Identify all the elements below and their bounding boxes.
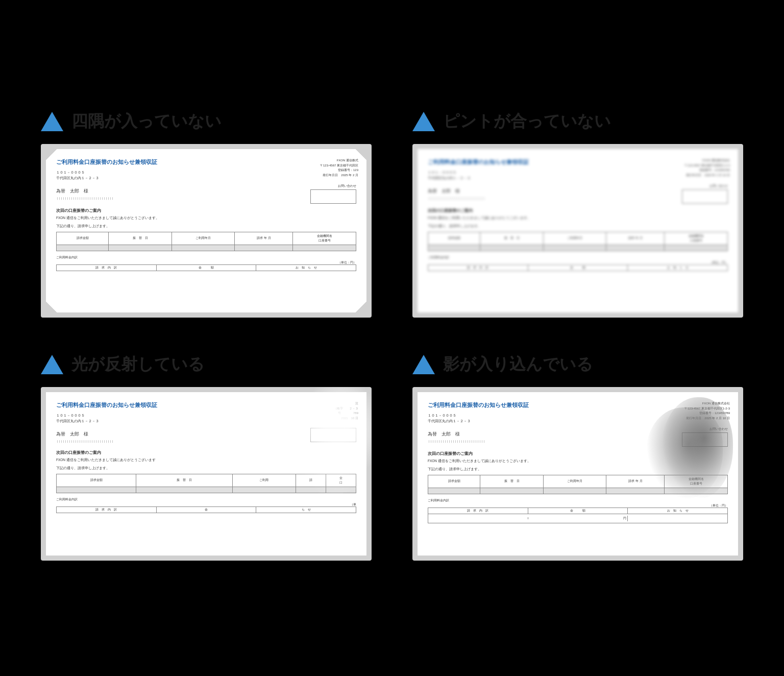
doc-inquiry-1: お問い合わせ (310, 184, 356, 188)
doc-table-header-4-2: 振 替 日 (480, 475, 544, 488)
warning-triangle-icon (41, 112, 63, 131)
cell-title-text-corners: 四隅が入っていない (71, 110, 222, 133)
doc-section-title-4: 次回の口座振替のご案内 (428, 451, 728, 456)
doc-footer-row-2-3 (628, 517, 727, 519)
doc-inner-blur: ご利用料金口座振替のお知らせ兼領収証 １０１－０００５ 千代田区丸の内１－２－３… (418, 149, 738, 312)
doc-name-1: 為替 太郎 様 (56, 188, 113, 195)
doc-footer-row-2-1 (428, 517, 528, 519)
doc-address-3: １０１－０００５ 千代田区丸の内１－２－３ (56, 413, 99, 424)
cell-title-blur: ピントが合っていない (412, 110, 743, 133)
doc-footer-col-2-3: お 知 ら せ (628, 265, 727, 271)
doc-table-cell-5 (293, 245, 356, 251)
doc-main-title-4: ご利用料金口座振替のお知らせ兼領収証 (428, 401, 728, 409)
doc-table-cell-3-5 (326, 487, 356, 493)
warning-triangle-icon-2 (412, 112, 435, 131)
doc-name-3: 為替 太郎 様 (56, 431, 113, 438)
doc-body-text1-1: FXON 通信をご利用いただきまして誠にありがとうございます。 (56, 215, 356, 221)
doc-table-cell-2-4 (606, 245, 665, 251)
doc-footer-col-1: 請 求 内 訳 (57, 265, 157, 271)
doc-card-light: ご利用料金口座振替のお知らせ兼領収証 １０１－０００５ 千代田区丸の内１－２－３… (41, 387, 372, 561)
doc-footer-label-4: ご利用料金内訳 (428, 498, 728, 503)
doc-body-text2-2: 下記の通り、請求申し上げます。 (428, 224, 728, 229)
doc-inner-corners: ご利用料金口座振替のお知らせ兼領収証 １０１－０００５ 千代田区丸の内１－２－３… (46, 149, 366, 312)
doc-table-header-1-2: 振 替 日 (109, 232, 172, 245)
doc-footer-label-3: ご利用料金内訳 (56, 497, 356, 502)
doc-table-cell-4-4 (606, 488, 665, 494)
doc-table-cell-1 (57, 245, 109, 251)
doc-name-2: 為替 太郎 様 (428, 188, 485, 195)
doc-table-cell-3-2 (136, 487, 232, 493)
cell-title-text-shadow: 影が入り込んでいる (443, 353, 593, 376)
doc-table-header-4-5: 金融機関名口座番号 (665, 475, 728, 488)
doc-body-text2-4: 下記の通り、請求申し上げます。 (428, 467, 728, 472)
doc-table-header-3-3: ご利用 (232, 474, 296, 487)
doc-card-corners: ご利用料金口座振替のお知らせ兼領収証 １０１－０００５ 千代田区丸の内１－２－３… (41, 144, 372, 318)
doc-footer-col-2-2: 金 額 (528, 265, 628, 271)
doc-table-cell-2-5 (665, 245, 728, 251)
doc-table-cell-3-4 (296, 487, 326, 493)
doc-body-text1-4: FXON 通信をご利用いただきまして誠にありがとうございます。 (428, 458, 728, 464)
doc-inquiry-2: お問い合わせ (682, 184, 728, 188)
doc-footer-col-4-2: 金 額 (528, 508, 628, 514)
doc-table-cell-2-3 (543, 245, 606, 251)
doc-footer-row-2-2: 円 (528, 516, 628, 521)
cell-light: 光が反射している ご利用料金口座振替のお知らせ兼領収証 １０１－０００５ 千代田… (20, 338, 392, 581)
doc-barcode-2: ｜｜｜｜｜｜｜｜｜｜｜｜｜｜｜｜｜｜｜｜｜｜｜｜｜｜｜｜ (428, 197, 485, 200)
doc-table-header-3-2: 振 替 日 (136, 474, 232, 487)
doc-address-2: １０１－０００５ 千代田区丸の内１－２－３ (428, 170, 471, 181)
doc-footer-col-3-1: 請 求 内 訳 (57, 507, 157, 513)
doc-table-header-4-3: ご利用年月 (543, 475, 606, 488)
doc-table-cell-2-1 (428, 245, 480, 251)
cell-title-light: 光が反射している (41, 353, 372, 376)
cell-shadow: 影が入り込んでいる ご利用料金口座振替のお知らせ兼領収証 １０１－０００５ 千代… (392, 338, 764, 581)
doc-footer-col-2: 金 額 (157, 265, 257, 271)
doc-footer-col-3-2: 金 (157, 507, 257, 513)
cell-title-corners: 四隅が入っていない (41, 110, 372, 133)
doc-body-text1-2: FXON 通信をご利用いただきまして誠にありがとうございます。 (428, 215, 728, 221)
doc-table-header-1-5: 金融機関名口座番号 (293, 232, 356, 245)
doc-barcode-3: ｜｜｜｜｜｜｜｜｜｜｜｜｜｜｜｜｜｜｜｜｜｜｜｜｜｜｜｜ (56, 440, 113, 443)
doc-table-header-2-2: 振 替 日 (480, 232, 544, 245)
doc-table-cell-3-3 (232, 487, 296, 493)
doc-card-blur: ご利用料金口座振替のお知らせ兼領収証 １０１－０００５ 千代田区丸の内１－２－３… (412, 144, 743, 318)
doc-footer-label-1: ご利用料金内訳 (56, 255, 356, 260)
doc-section-title-1: 次回の口座振替のご案内 (56, 208, 356, 213)
doc-table-cell-4 (235, 245, 293, 251)
doc-section-title-2: 次回の口座振替のご案内 (428, 208, 728, 213)
doc-footer-col-3-3: ら せ (256, 507, 356, 513)
cell-title-text-light: 光が反射している (71, 353, 205, 376)
doc-footer-col-2-1: 請 求 内 訳 (428, 265, 528, 271)
doc-table-header-1-3: ご利用年月 (172, 232, 235, 245)
doc-footer-unit-3: （単 (350, 503, 356, 506)
doc-table-header-1-4: 請求 年 月 (235, 232, 293, 245)
doc-table-cell-3-1 (57, 487, 136, 493)
doc-table-cell-4-5 (665, 488, 728, 494)
doc-table-header-2-3: ご利用年月 (543, 232, 606, 245)
doc-inner-light: ご利用料金口座振替のお知らせ兼領収証 １０１－０００５ 千代田区丸の内１－２－３… (46, 392, 366, 556)
doc-right-info-3: 注 （略字 ２－３ 号 789 2021 10 日 (334, 401, 358, 421)
doc-inner-shadow: ご利用料金口座振替のお知らせ兼領収証 １０１－０００５ 千代田区丸の内１－２－３… (418, 392, 738, 556)
doc-footer-unit-1: （単位：円） (338, 261, 356, 264)
cell-blur: ピントが合っていない ご利用料金口座振替のお知らせ兼領収証 １０１－０００５ 千… (392, 95, 764, 338)
doc-body-text2-1: 下記の通り、請求申し上げます。 (56, 224, 356, 229)
doc-table-cell-4-3 (543, 488, 606, 494)
doc-table-header-2-4: 請求 年 月 (606, 232, 665, 245)
doc-barcode-4: ｜｜｜｜｜｜｜｜｜｜｜｜｜｜｜｜｜｜｜｜｜｜｜｜｜｜｜｜ (428, 440, 485, 443)
doc-table-3: 請求金額 振 替 日 ご利用 請 金口 (56, 474, 356, 493)
doc-table-header-4-1: 請求金額 (428, 475, 480, 488)
doc-table-4: 請求金額 振 替 日 ご利用年月 請求 年 月 金融機関名口座番号 (428, 475, 728, 494)
warning-triangle-icon-4 (412, 355, 435, 374)
main-grid: 四隅が入っていない ご利用料金口座振替のお知らせ兼領収証 １０１－０００５ 千代… (20, 95, 764, 581)
doc-table-header-1-1: 請求金額 (57, 232, 109, 245)
doc-footer-unit-2: （単位：円） (709, 261, 728, 264)
doc-right-info-4: FXON 通信株式会社 〒123-4567 東京都千代田区1-2-3 登録番号：… (684, 401, 730, 421)
doc-main-title-3: ご利用料金口座振替のお知らせ兼領収証 (56, 401, 356, 409)
doc-section-title-3: 次回の口座振替のご案内 (56, 450, 356, 455)
doc-footer-col-4-1: 請 求 内 訳 (428, 508, 528, 514)
doc-table-cell-4-1 (428, 488, 480, 494)
doc-body-text2-3: 下記の通り、請求申し上げます。 (56, 466, 356, 471)
doc-footer-col-4-3: お 知 ら せ (628, 508, 727, 514)
doc-table-header-2-5: 金融機関名口座番号 (665, 232, 728, 245)
doc-card-shadow: ご利用料金口座振替のお知らせ兼領収証 １０１－０００５ 千代田区丸の内１－２－３… (412, 387, 743, 561)
doc-table-header-4-4: 請求 年 月 (606, 475, 665, 488)
